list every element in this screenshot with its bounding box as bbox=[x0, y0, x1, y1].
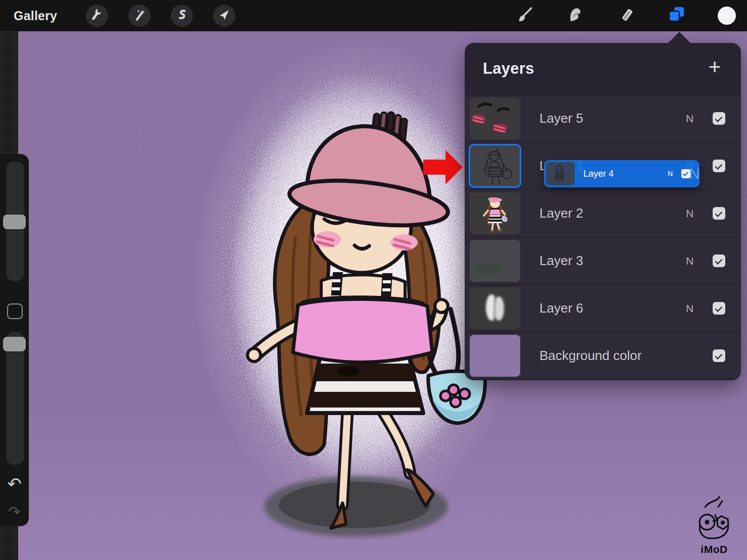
transform-button[interactable] bbox=[213, 5, 235, 27]
layer-3-thumbnail[interactable] bbox=[470, 240, 520, 282]
layer-4-thumbnail bbox=[546, 162, 575, 185]
visibility-checkbox[interactable] bbox=[713, 112, 725, 125]
opacity-handle[interactable] bbox=[3, 337, 26, 351]
layer-row-6[interactable]: Layer 6 N bbox=[465, 285, 741, 331]
check-icon bbox=[715, 114, 722, 122]
layers-panel: Layers + bbox=[465, 43, 741, 380]
blend-mode-badge[interactable]: N bbox=[686, 285, 693, 331]
brush-size-handle[interactable] bbox=[3, 215, 26, 229]
eraser-icon bbox=[617, 6, 634, 25]
layers-icon bbox=[667, 5, 686, 26]
layers-panel-header: Layers + bbox=[465, 43, 741, 94]
sidebar-controls: ↶ ↷ bbox=[0, 154, 29, 526]
wrench-icon bbox=[90, 8, 104, 23]
selection-s-icon bbox=[175, 8, 188, 23]
brush-icon bbox=[516, 6, 533, 25]
top-toolbar: Gallery bbox=[0, 0, 747, 31]
layer-name: Background color bbox=[539, 333, 641, 379]
layer-row-5[interactable]: Layer 5 N bbox=[465, 95, 741, 141]
check-icon bbox=[683, 171, 688, 176]
layer-name: Layer 5 bbox=[539, 95, 583, 141]
dragged-blend-badge: N bbox=[668, 160, 673, 187]
layer-row-3[interactable]: Layer 3 N bbox=[465, 238, 741, 284]
blend-mode-badge[interactable]: N bbox=[686, 95, 693, 141]
brush-tool[interactable] bbox=[514, 5, 536, 27]
dragged-layer-name: Layer 4 bbox=[583, 160, 614, 187]
layer-2-thumbnail[interactable] bbox=[470, 192, 520, 234]
check-icon bbox=[715, 162, 722, 169]
check-icon bbox=[715, 304, 722, 312]
dragged-layer-4[interactable]: Layer 4 N N bbox=[544, 160, 700, 187]
layer-5-thumbnail[interactable] bbox=[470, 97, 520, 139]
blend-mode-badge[interactable]: N bbox=[686, 190, 693, 236]
visibility-checkbox[interactable] bbox=[713, 302, 725, 315]
magic-wand-icon bbox=[133, 8, 146, 23]
check-icon bbox=[715, 209, 722, 217]
opacity-slider[interactable] bbox=[6, 332, 24, 465]
color-tool[interactable] bbox=[716, 5, 738, 27]
eraser-tool[interactable] bbox=[615, 5, 637, 27]
layer-row-1[interactable]: Layer 1 N bbox=[465, 143, 741, 189]
redo-button[interactable]: ↷ bbox=[0, 504, 29, 520]
check-icon bbox=[715, 351, 722, 359]
modify-button[interactable] bbox=[7, 303, 23, 319]
undo-button[interactable]: ↶ bbox=[0, 475, 29, 492]
visibility-checkbox[interactable] bbox=[713, 254, 725, 267]
smudge-tool[interactable] bbox=[564, 5, 586, 27]
layers-tool-active[interactable] bbox=[665, 5, 687, 27]
current-color-swatch bbox=[718, 7, 736, 25]
imod-logo-icon bbox=[695, 494, 733, 542]
layer-name: Layer 6 bbox=[539, 285, 583, 331]
check-icon bbox=[715, 257, 722, 264]
add-layer-button[interactable]: + bbox=[704, 57, 726, 79]
imod-watermark: iMoD bbox=[695, 494, 733, 555]
procreate-app: Gallery bbox=[0, 0, 747, 560]
panel-pointer bbox=[668, 32, 691, 43]
layers-title: Layers bbox=[483, 60, 534, 78]
layer-row-2[interactable]: Layer 2 N bbox=[465, 190, 741, 236]
background-color-swatch[interactable] bbox=[470, 335, 520, 377]
actions-button[interactable] bbox=[86, 5, 108, 27]
blend-mode-badge[interactable]: N bbox=[686, 238, 693, 284]
adjustments-button[interactable] bbox=[128, 5, 151, 27]
visibility-checkbox[interactable] bbox=[713, 207, 725, 220]
layer-1-thumbnail-selected[interactable] bbox=[470, 145, 520, 187]
selection-button[interactable] bbox=[171, 5, 193, 27]
layer-name: Layer 2 bbox=[539, 190, 583, 236]
imod-watermark-text: iMoD bbox=[695, 543, 733, 555]
visibility-checkbox[interactable] bbox=[713, 160, 725, 172]
layer-name: Layer 3 bbox=[539, 238, 583, 284]
smudge-finger-icon bbox=[567, 6, 584, 25]
gallery-button[interactable]: Gallery bbox=[14, 9, 57, 23]
visibility-checkbox[interactable] bbox=[713, 349, 725, 362]
transform-arrow-icon bbox=[218, 8, 231, 23]
layer-6-thumbnail[interactable] bbox=[470, 287, 520, 329]
ghost-blend-n: N bbox=[689, 165, 700, 182]
background-color-row[interactable]: Background color bbox=[465, 333, 741, 379]
red-pointer-arrow bbox=[423, 147, 464, 189]
